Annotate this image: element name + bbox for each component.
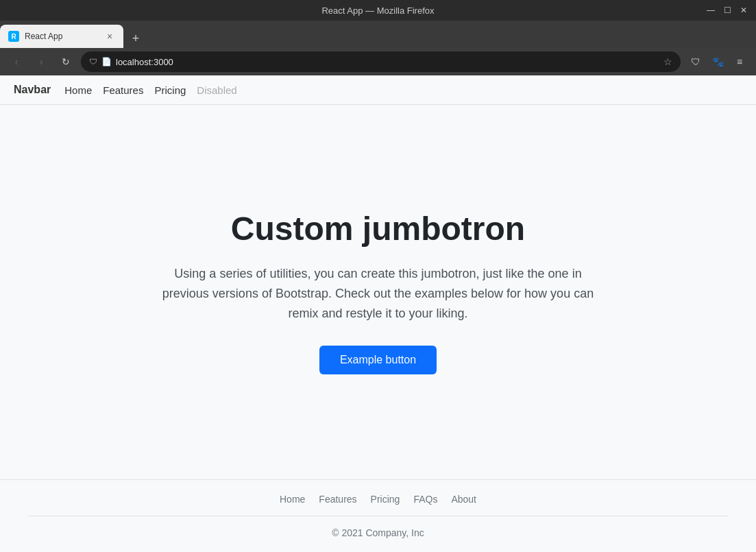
reload-button[interactable]: ↻ bbox=[56, 52, 75, 71]
new-tab-button[interactable]: + bbox=[126, 29, 145, 48]
tab-close-button[interactable]: × bbox=[104, 31, 115, 42]
app-navbar: Navbar Home Features Pricing Disabled bbox=[0, 75, 756, 105]
footer-divider bbox=[27, 516, 729, 516]
nav-links: Home Features Pricing Disabled bbox=[64, 84, 236, 96]
footer-copyright: © 2021 Company, Inc bbox=[14, 527, 742, 538]
browser-tab[interactable]: R React App × bbox=[0, 25, 123, 48]
back-button[interactable]: ‹ bbox=[7, 52, 26, 71]
footer: Home Features Pricing FAQs About © 2021 … bbox=[0, 479, 756, 552]
browser-window: React App — Mozilla Firefox — ☐ ✕ R Reac… bbox=[0, 0, 756, 552]
browser-nav-bar: ‹ › ↻ 🛡 📄 localhost:3000 ☆ 🛡 🐾 ≡ bbox=[0, 48, 756, 75]
footer-link-about[interactable]: About bbox=[451, 494, 476, 505]
pocket-button[interactable]: 🛡 bbox=[686, 52, 705, 71]
footer-link-faqs[interactable]: FAQs bbox=[413, 494, 437, 505]
footer-links: Home Features Pricing FAQs About bbox=[14, 494, 742, 505]
nav-link-disabled: Disabled bbox=[197, 84, 236, 96]
navbar-brand: Navbar bbox=[14, 84, 51, 96]
address-bar[interactable]: 🛡 📄 localhost:3000 ☆ bbox=[81, 51, 681, 72]
tab-title: React App bbox=[25, 32, 99, 41]
menu-button[interactable]: ≡ bbox=[730, 52, 749, 71]
nav-link-pricing[interactable]: Pricing bbox=[154, 84, 186, 96]
window-controls: — ☐ ✕ bbox=[705, 5, 749, 16]
footer-link-features[interactable]: Features bbox=[319, 494, 356, 505]
title-bar: React App — Mozilla Firefox — ☐ ✕ bbox=[0, 0, 756, 21]
footer-link-home[interactable]: Home bbox=[280, 494, 305, 505]
jumbotron-description: Using a series of utilities, you can cre… bbox=[159, 264, 598, 323]
browser-actions: 🛡 🐾 ≡ bbox=[686, 52, 749, 71]
jumbotron: Custom jumbotron Using a series of utili… bbox=[0, 105, 756, 479]
footer-link-pricing[interactable]: Pricing bbox=[371, 494, 400, 505]
bookmark-button[interactable]: ☆ bbox=[663, 56, 672, 67]
nav-link-features[interactable]: Features bbox=[103, 84, 143, 96]
example-button[interactable]: Example button bbox=[319, 346, 437, 374]
nav-link-home[interactable]: Home bbox=[64, 84, 92, 96]
close-window-button[interactable]: ✕ bbox=[738, 5, 749, 16]
forward-button[interactable]: › bbox=[32, 52, 51, 71]
extensions-button[interactable]: 🐾 bbox=[708, 52, 727, 71]
security-icon: 🛡 bbox=[89, 57, 97, 67]
minimize-button[interactable]: — bbox=[705, 5, 716, 16]
tab-favicon: R bbox=[8, 31, 19, 42]
address-text: localhost:3000 bbox=[116, 57, 659, 67]
page-icon: 📄 bbox=[101, 57, 112, 67]
page-content: Navbar Home Features Pricing Disabled Cu… bbox=[0, 75, 756, 552]
maximize-button[interactable]: ☐ bbox=[722, 5, 733, 16]
jumbotron-title: Custom jumbotron bbox=[231, 210, 525, 248]
title-bar-text: React App — Mozilla Firefox bbox=[321, 5, 434, 16]
tab-bar: R React App × + bbox=[0, 21, 756, 48]
